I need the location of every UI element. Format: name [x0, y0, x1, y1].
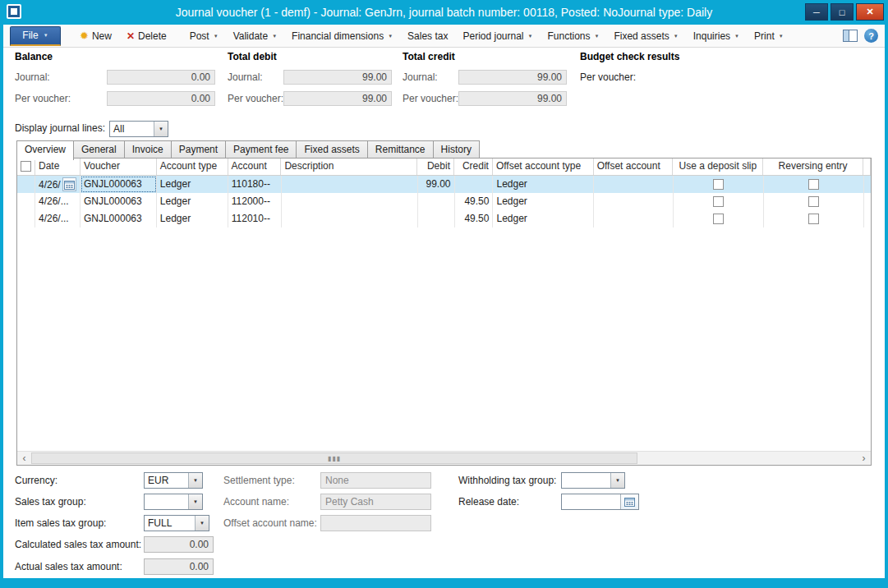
sales-tax-group-select[interactable]: ▼ — [144, 494, 203, 510]
functions-menu[interactable]: Functions ▼ — [540, 25, 606, 47]
account-cell[interactable]: 112010-- — [228, 210, 282, 227]
reversing-entry-checkbox[interactable] — [808, 196, 819, 207]
description-cell[interactable] — [282, 176, 418, 193]
column-header-voucher[interactable]: Voucher — [81, 158, 157, 175]
use-deposit-slip-cell[interactable] — [674, 176, 764, 193]
date-cell[interactable]: 4/26/... — [35, 210, 81, 227]
withholding-tax-group-select[interactable]: ▼ — [561, 472, 625, 489]
account-cell[interactable]: 110180-- — [228, 176, 282, 193]
scroll-left-arrow-icon[interactable]: ‹ — [17, 452, 31, 465]
use-deposit-slip-checkbox[interactable] — [713, 196, 724, 207]
date-cell[interactable]: 4/26/... — [35, 193, 81, 210]
column-header-use-deposit-slip[interactable]: Use a deposit slip — [673, 158, 763, 175]
use-deposit-slip-cell[interactable] — [674, 210, 764, 227]
use-deposit-slip-checkbox[interactable] — [713, 214, 724, 224]
grid-row-3[interactable]: 4/26/... GNJL000063 Ledger 112010-- 49.5… — [17, 210, 871, 227]
minimize-button[interactable]: ─ — [805, 3, 828, 21]
chevron-down-icon[interactable]: ▼ — [188, 473, 202, 488]
close-button[interactable]: ✕ — [856, 3, 884, 21]
reversing-entry-checkbox[interactable] — [808, 179, 819, 190]
release-date-input[interactable] — [561, 494, 639, 510]
offset-account-cell[interactable] — [594, 193, 674, 210]
description-cell[interactable] — [282, 210, 418, 227]
grid-row-2[interactable]: 4/26/... GNJL000063 Ledger 112000-- 49.5… — [17, 193, 871, 210]
tab-invoice[interactable]: Invoice — [125, 140, 172, 158]
offset-account-cell[interactable] — [594, 176, 674, 193]
grid-row-1[interactable]: 4/26/ GNJL000063 Ledger 110180-- 99.00 L… — [17, 176, 871, 193]
credit-cell[interactable]: 49.50 — [455, 193, 494, 210]
column-header-reversing-entry[interactable]: Reversing entry — [763, 158, 863, 175]
print-menu[interactable]: Print ▼ — [747, 25, 791, 47]
tab-payment-fee[interactable]: Payment fee — [226, 140, 297, 158]
chevron-down-icon[interactable]: ▼ — [188, 494, 202, 509]
display-journal-lines-select[interactable]: All ▼ — [109, 121, 168, 137]
offset-account-type-cell[interactable]: Ledger — [493, 210, 594, 227]
period-journal-label: Period journal — [462, 30, 523, 42]
row-selector-cell[interactable] — [17, 176, 35, 193]
scrollbar-thumb[interactable]: ▮▮▮ — [31, 452, 637, 464]
debit-cell[interactable]: 99.00 — [418, 176, 455, 193]
item-sales-tax-group-select[interactable]: FULL ▼ — [144, 515, 209, 531]
voucher-cell[interactable]: GNJL000063 — [81, 193, 157, 210]
validate-menu[interactable]: Validate ▼ — [226, 25, 284, 47]
fixed-assets-menu[interactable]: Fixed assets ▼ — [606, 25, 685, 47]
tab-fixed-assets[interactable]: Fixed assets — [297, 140, 367, 158]
offset-account-cell[interactable] — [594, 210, 674, 227]
delete-button[interactable]: ✕ Delete — [119, 25, 174, 47]
tab-remittance[interactable]: Remittance — [368, 140, 434, 158]
period-journal-menu[interactable]: Period journal ▼ — [455, 25, 540, 47]
reversing-entry-cell[interactable] — [764, 210, 864, 227]
date-picker-button[interactable] — [620, 494, 638, 509]
maximize-button[interactable]: □ — [830, 3, 853, 21]
chevron-down-icon[interactable]: ▼ — [154, 122, 168, 136]
account-type-cell[interactable]: Ledger — [157, 176, 228, 193]
date-picker-button[interactable] — [62, 177, 76, 191]
offset-account-type-cell[interactable]: Ledger — [493, 176, 594, 193]
account-cell[interactable]: 112000-- — [228, 193, 282, 210]
column-header-account-type[interactable]: Account type — [157, 158, 228, 175]
column-header-account[interactable]: Account — [228, 158, 282, 175]
column-header-date[interactable]: Date — [35, 158, 81, 175]
date-cell[interactable]: 4/26/ — [35, 176, 81, 193]
offset-account-type-cell[interactable]: Ledger — [493, 193, 594, 210]
currency-select[interactable]: EUR ▼ — [144, 472, 203, 489]
description-cell[interactable] — [282, 193, 418, 210]
debit-cell[interactable] — [418, 210, 455, 227]
post-menu[interactable]: Post ▼ — [182, 25, 226, 47]
account-type-cell[interactable]: Ledger — [157, 210, 228, 227]
credit-cell[interactable] — [455, 176, 494, 193]
help-icon[interactable]: ? — [864, 29, 878, 43]
sales-tax-button[interactable]: Sales tax — [400, 25, 455, 47]
tab-history[interactable]: History — [434, 140, 480, 158]
account-type-cell[interactable]: Ledger — [157, 193, 228, 210]
voucher-cell[interactable]: GNJL000063 — [81, 176, 157, 193]
voucher-cell[interactable]: GNJL000063 — [81, 210, 157, 227]
tab-general[interactable]: General — [74, 140, 125, 158]
layout-view-icon[interactable] — [843, 30, 858, 42]
reversing-entry-checkbox[interactable] — [808, 214, 819, 224]
new-button[interactable]: ✹ New — [72, 25, 119, 47]
column-header-debit[interactable]: Debit — [417, 158, 454, 175]
use-deposit-slip-checkbox[interactable] — [713, 179, 724, 190]
column-header-description[interactable]: Description — [281, 158, 417, 175]
inquiries-menu[interactable]: Inquiries ▼ — [686, 25, 747, 47]
chevron-down-icon[interactable]: ▼ — [195, 516, 209, 531]
file-menu-button[interactable]: File ▼ — [10, 26, 61, 46]
row-selector-cell[interactable] — [17, 210, 35, 227]
column-header-credit[interactable]: Credit — [454, 158, 493, 175]
scroll-right-arrow-icon[interactable]: › — [857, 452, 871, 465]
row-selector-cell[interactable] — [17, 193, 35, 210]
debit-cell[interactable] — [418, 193, 455, 210]
credit-cell[interactable]: 49.50 — [455, 210, 494, 227]
column-header-offset-account[interactable]: Offset account — [594, 158, 674, 175]
financial-dimensions-menu[interactable]: Financial dimensions ▼ — [284, 25, 400, 47]
reversing-entry-cell[interactable] — [764, 193, 864, 210]
chevron-down-icon[interactable]: ▼ — [610, 473, 624, 488]
tab-overview[interactable]: Overview — [16, 140, 74, 160]
select-all-checkbox[interactable] — [21, 161, 31, 172]
use-deposit-slip-cell[interactable] — [674, 193, 764, 210]
tab-payment[interactable]: Payment — [172, 140, 226, 158]
column-header-offset-account-type[interactable]: Offset account type — [493, 158, 594, 175]
reversing-entry-cell[interactable] — [764, 176, 864, 193]
horizontal-scrollbar[interactable]: ‹ ▮▮▮ › — [17, 451, 871, 465]
